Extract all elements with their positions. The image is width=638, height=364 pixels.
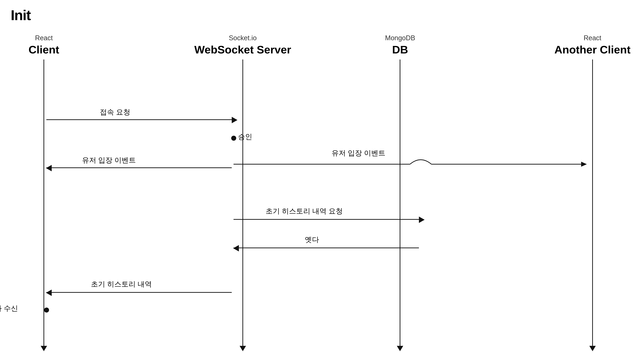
- msg4-label: 초기 히스토리 내역 요청: [266, 206, 343, 216]
- approve-label: 승인: [238, 132, 252, 142]
- another-label-main: Another Client: [554, 43, 630, 56]
- msg-user-join-right-bump: [233, 155, 590, 177]
- result-label: 결과 수신: [0, 304, 18, 313]
- page-title: Init: [11, 7, 627, 24]
- msg-connection-request: 접속 요청: [46, 114, 235, 125]
- msg2-label: 유저 입장 이벤트: [82, 155, 136, 165]
- msg-yetda: 옛다: [233, 242, 423, 253]
- server-label-main: WebSocket Server: [194, 43, 291, 56]
- svg-marker-2: [581, 162, 587, 167]
- client-label-top: React: [35, 34, 53, 42]
- result-dot: [44, 308, 49, 312]
- msg5-label: 옛다: [305, 235, 319, 244]
- db-label-main: DB: [392, 43, 408, 56]
- msg1-label: 접속 요청: [100, 107, 130, 117]
- msg-user-join-left: 유저 입장 이벤트: [46, 162, 235, 173]
- db-label-top: MongoDB: [385, 34, 415, 42]
- server-label-top: Socket.io: [229, 34, 257, 42]
- msg6-label: 초기 히스토리 내역: [91, 279, 152, 289]
- client-label-main: Client: [29, 43, 59, 56]
- approve-dot: [231, 136, 236, 141]
- sequence-diagram: React Client Socket.io WebSocket Server …: [11, 34, 617, 355]
- msg-history-result: 초기 히스토리 내역: [46, 287, 235, 298]
- another-label-top: React: [584, 34, 601, 42]
- msg3-label: 유저 입장 이벤트: [332, 148, 385, 158]
- msg-history-request: 초기 히스토리 내역 요청: [233, 214, 423, 225]
